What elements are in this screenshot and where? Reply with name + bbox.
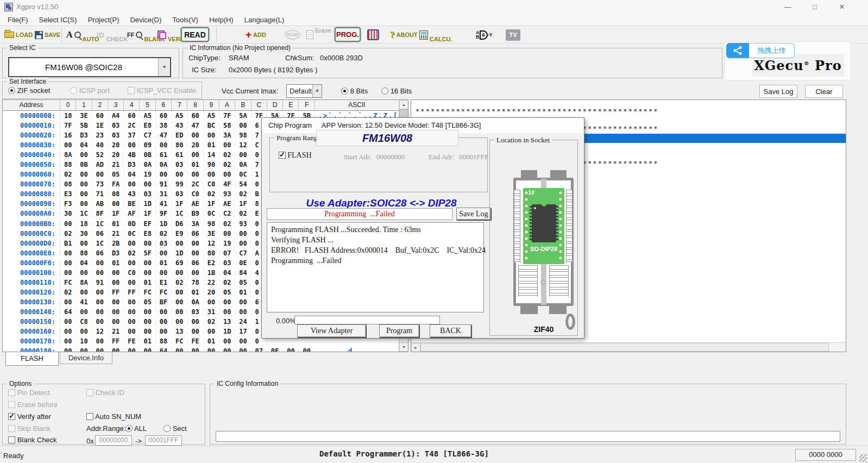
hex-byte-cell[interactable]: 61 (156, 151, 172, 159)
hex-byte-cell[interactable]: 00 (60, 347, 76, 352)
resize-grip[interactable] (859, 454, 867, 462)
hex-byte-cell[interactable]: FE (124, 337, 140, 345)
hex-byte-cell[interactable]: FF (124, 289, 140, 296)
hex-byte-cell[interactable]: 00 (76, 328, 92, 335)
hex-byte-cell[interactable]: 00 (172, 269, 187, 277)
hex-byte-cell[interactable]: 00 (60, 249, 76, 257)
logic-gate-button[interactable]: A B & -Y (476, 27, 493, 42)
hex-byte-cell[interactable]: 00 (235, 347, 251, 352)
hex-byte-cell[interactable]: 00 (172, 318, 187, 326)
bits8-radio[interactable]: 8 Bits (341, 87, 368, 95)
hex-byte-cell[interactable]: 80 (76, 249, 92, 257)
scroll-up-button[interactable]: ▲ (399, 100, 408, 109)
hex-byte-cell[interactable]: 3E (204, 230, 219, 237)
erase-before-checkbox[interactable]: Erase before (8, 401, 58, 409)
hex-byte-cell[interactable]: 07 (219, 249, 235, 257)
hex-byte-cell[interactable]: 01 (187, 289, 203, 296)
hex-byte-cell[interactable]: 60 (92, 112, 108, 120)
hex-byte-cell[interactable]: 00 (92, 298, 108, 306)
hex-byte-cell[interactable]: 43 (124, 190, 140, 198)
hex-byte-cell[interactable]: 00 (124, 259, 140, 267)
hex-byte-cell[interactable]: 0 (251, 337, 267, 345)
hex-byte-cell[interactable]: 00 (60, 328, 76, 335)
hex-byte-cell[interactable]: 2C (124, 122, 140, 129)
hex-byte-cell[interactable]: 00 (172, 308, 187, 316)
hex-byte-cell[interactable]: E8 (140, 230, 155, 237)
hex-byte-cell[interactable]: 00 (60, 337, 76, 345)
hex-byte-cell[interactable]: FF (108, 337, 124, 345)
hex-byte-cell[interactable]: 19 (219, 240, 235, 247)
hex-byte-cell[interactable]: 00 (124, 240, 140, 247)
hex-byte-cell[interactable]: 18 (60, 112, 76, 120)
hex-byte-cell[interactable]: 00 (204, 171, 219, 178)
hex-byte-cell[interactable]: 00 (76, 269, 92, 277)
addr-range-sect-radio[interactable]: Sect (163, 424, 187, 433)
hex-row[interactable]: 00000180:000000000000640000000000070F000… (3, 346, 399, 352)
skip-blank-checkbox[interactable]: Skip Blank (8, 424, 51, 433)
hex-byte-cell[interactable]: 00 (60, 269, 76, 277)
hex-byte-cell[interactable]: 8A (76, 279, 92, 286)
hex-byte-cell[interactable]: 13 (172, 328, 187, 335)
read-button[interactable]: READ (181, 27, 209, 42)
ram-button[interactable]: RAM (285, 27, 300, 42)
ic-select-combobox[interactable]: FM16W08 @SOIC28 ▼ (8, 57, 171, 77)
hex-byte-cell[interactable]: 00 (76, 240, 92, 247)
hex-byte-cell[interactable]: 00 (235, 337, 251, 345)
hex-byte-cell[interactable]: AF (124, 210, 140, 217)
menu-item-0[interactable]: File(F) (2, 14, 34, 26)
hex-byte-cell[interactable]: FC (172, 337, 187, 345)
hex-byte-cell[interactable]: B1 (60, 240, 76, 247)
hex-byte-cell[interactable]: 00 (156, 141, 172, 149)
hex-byte-cell[interactable]: 06 (187, 230, 203, 237)
hex-byte-cell[interactable]: 02 (204, 318, 219, 326)
hex-byte-cell[interactable]: 00 (60, 259, 76, 267)
calculator-button[interactable]: CALCU. (419, 27, 452, 42)
hex-byte-cell[interactable]: 71 (92, 190, 108, 198)
hex-byte-cell[interactable]: 00 (140, 347, 155, 352)
hex-byte-cell[interactable]: 7F (219, 112, 235, 120)
hex-byte-cell[interactable]: 00 (140, 180, 155, 188)
hex-byte-cell[interactable]: 02 (60, 171, 76, 178)
hex-byte-cell[interactable]: 1D (140, 200, 155, 208)
hex-byte-cell[interactable]: 00 (187, 347, 203, 352)
hex-byte-cell[interactable]: 16 (60, 132, 76, 139)
hex-byte-cell[interactable]: 00 (124, 328, 140, 335)
icsp-port-radio[interactable]: ICSP port (70, 86, 110, 95)
hex-byte-cell[interactable]: 02 (124, 249, 140, 257)
hex-byte-cell[interactable]: A5 (204, 112, 219, 120)
hex-byte-cell[interactable]: 2C (187, 180, 203, 188)
hex-byte-cell[interactable]: 02 (156, 230, 172, 237)
hex-byte-cell[interactable]: 00 (235, 298, 251, 306)
hex-byte-cell[interactable]: 0B (76, 161, 92, 168)
hex-byte-cell[interactable]: 02 (235, 190, 251, 198)
hex-byte-cell[interactable]: 00 (76, 171, 92, 178)
hex-byte-cell[interactable]: 00 (92, 171, 108, 178)
hex-byte-cell[interactable]: 1D (219, 328, 235, 335)
hex-byte-cell[interactable]: 3A (219, 132, 235, 139)
hex-byte-cell[interactable]: 03 (140, 190, 155, 198)
hex-byte-cell[interactable]: 08 (60, 180, 76, 188)
clear-button[interactable]: Clear (805, 85, 843, 98)
hex-byte-cell[interactable]: AD (92, 161, 108, 168)
prog-button[interactable]: PROG. (335, 27, 361, 42)
hex-byte-cell[interactable]: 4B (124, 151, 140, 159)
chip-test-button[interactable] (367, 27, 379, 42)
hex-byte-cell[interactable]: 02 (219, 279, 235, 286)
hex-byte-cell[interactable]: 64 (156, 347, 172, 352)
hex-byte-cell[interactable]: 00 (108, 308, 124, 316)
hex-byte-cell[interactable]: C8 (76, 318, 92, 326)
hex-byte-cell[interactable]: 02 (172, 279, 187, 286)
hex-byte-cell[interactable]: 00 (124, 308, 140, 316)
hex-byte-cell[interactable]: E8 (140, 122, 155, 129)
tab-device-info[interactable]: Device.Info (60, 352, 112, 364)
hex-byte-cell[interactable]: 00 (76, 151, 92, 159)
hex-byte-cell[interactable]: 20 (204, 289, 219, 296)
hex-byte-cell[interactable]: 0A (140, 161, 155, 168)
hex-byte-cell[interactable]: 7F (60, 122, 76, 129)
hex-byte-cell[interactable]: 06 (92, 230, 108, 237)
hex-byte-cell[interactable]: 93 (219, 190, 235, 198)
hex-byte-cell[interactable]: 13 (219, 318, 235, 326)
hex-byte-cell[interactable]: FA (108, 180, 124, 188)
hex-byte-cell[interactable]: 00 (172, 289, 187, 296)
hex-byte-cell[interactable]: 00 (156, 171, 172, 178)
